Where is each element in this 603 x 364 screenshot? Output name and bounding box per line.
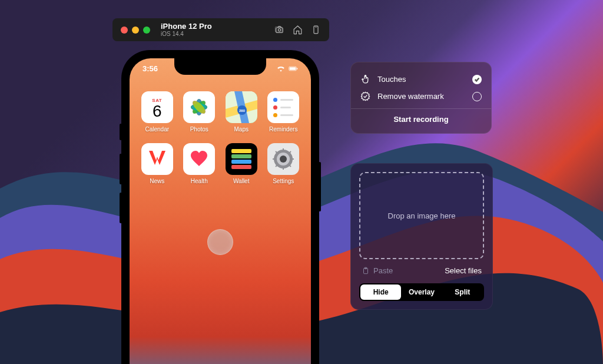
app-settings[interactable]: Settings — [267, 143, 301, 184]
svg-line-25 — [276, 151, 277, 153]
titlebar-text: iPhone 12 Pro iOS 14.4 — [161, 22, 212, 37]
start-recording-button[interactable]: Start recording — [360, 115, 482, 124]
app-label: Health — [191, 178, 208, 184]
phone-simulator: 3:56 SAT 6 Calendar Photos — [121, 50, 319, 364]
app-wallet[interactable]: Wallet — [224, 143, 259, 184]
overlay-mode-segment: Hide Overlay Split — [359, 283, 484, 301]
wallet-icon — [226, 143, 257, 175]
svg-point-1 — [278, 29, 280, 31]
app-label: Maps — [234, 126, 249, 133]
verified-icon — [360, 91, 370, 101]
segment-split[interactable]: Split — [442, 284, 483, 300]
phone-screen[interactable]: 3:56 SAT 6 Calendar Photos — [130, 58, 311, 364]
select-files-button[interactable]: Select files — [445, 266, 482, 275]
health-icon — [183, 143, 215, 175]
os-version: iOS 14.4 — [161, 31, 212, 37]
rotate-icon[interactable] — [311, 25, 321, 35]
traffic-lights — [121, 27, 150, 34]
maps-icon: 280 — [226, 91, 257, 123]
segment-overlay[interactable]: Overlay — [401, 284, 442, 300]
news-icon — [141, 143, 173, 175]
home-screen-apps: SAT 6 Calendar Photos 280 Maps — [140, 91, 300, 184]
phone-volume-up[interactable] — [120, 154, 122, 184]
close-button[interactable] — [121, 27, 128, 34]
paste-button[interactable]: Paste — [362, 266, 393, 275]
calendar-icon: SAT 6 — [141, 91, 173, 123]
photos-icon — [183, 91, 215, 123]
app-calendar[interactable]: SAT 6 Calendar — [140, 91, 174, 133]
app-reminders[interactable]: Reminders — [267, 91, 301, 133]
app-maps[interactable]: 280 Maps — [224, 91, 259, 133]
watermark-toggle-row[interactable]: Remove watermark — [360, 88, 482, 105]
svg-rect-6 — [297, 68, 297, 70]
svg-point-29 — [365, 75, 367, 77]
segment-hide[interactable]: Hide — [360, 284, 401, 300]
phone-mute-switch[interactable] — [120, 124, 122, 140]
recording-panel: Touches Remove watermark Start recording — [350, 62, 492, 134]
settings-icon — [267, 143, 299, 175]
divider — [351, 108, 491, 109]
device-name: iPhone 12 Pro — [161, 22, 212, 31]
app-health[interactable]: Health — [183, 143, 217, 184]
touches-toggle-row[interactable]: Touches — [360, 71, 482, 88]
image-drop-panel: Drop an image here Paste Select files Hi… — [350, 163, 493, 310]
watermark-label: Remove watermark — [377, 92, 444, 101]
reminders-icon — [267, 91, 299, 123]
app-label: Photos — [190, 126, 208, 133]
app-label: Settings — [273, 178, 294, 184]
watermark-toggle[interactable] — [472, 92, 482, 101]
maximize-button[interactable] — [143, 27, 150, 34]
calendar-date: 6 — [153, 103, 162, 120]
touches-label: Touches — [377, 75, 406, 84]
phone-power-button[interactable] — [319, 162, 321, 211]
screenshot-icon[interactable] — [274, 25, 284, 35]
svg-text:280: 280 — [239, 109, 246, 112]
app-label: Wallet — [233, 178, 249, 184]
paste-label: Paste — [373, 266, 393, 275]
clipboard-icon — [362, 267, 370, 275]
svg-point-20 — [280, 155, 287, 163]
svg-line-27 — [289, 151, 291, 153]
status-bar: 3:56 — [130, 64, 311, 73]
app-news[interactable]: News — [140, 143, 174, 184]
svg-line-28 — [276, 165, 277, 167]
minimize-button[interactable] — [132, 27, 139, 34]
app-label: Reminders — [269, 126, 297, 133]
drop-zone[interactable]: Drop an image here — [359, 172, 484, 259]
simulator-titlebar: iPhone 12 Pro iOS 14.4 — [112, 18, 329, 41]
battery-icon — [289, 65, 298, 72]
svg-rect-5 — [290, 67, 296, 70]
phone-volume-down[interactable] — [120, 193, 122, 223]
app-label: News — [150, 178, 164, 184]
touch-icon — [360, 74, 370, 84]
wifi-icon — [276, 65, 286, 72]
home-icon[interactable] — [293, 25, 303, 35]
status-time: 3:56 — [143, 64, 158, 73]
touches-toggle[interactable] — [472, 75, 482, 84]
app-photos[interactable]: Photos — [183, 91, 217, 133]
svg-line-26 — [289, 165, 291, 167]
drop-zone-label: Drop an image here — [388, 211, 456, 220]
assistive-touch-button[interactable] — [207, 229, 233, 255]
app-label: Calendar — [145, 126, 169, 133]
